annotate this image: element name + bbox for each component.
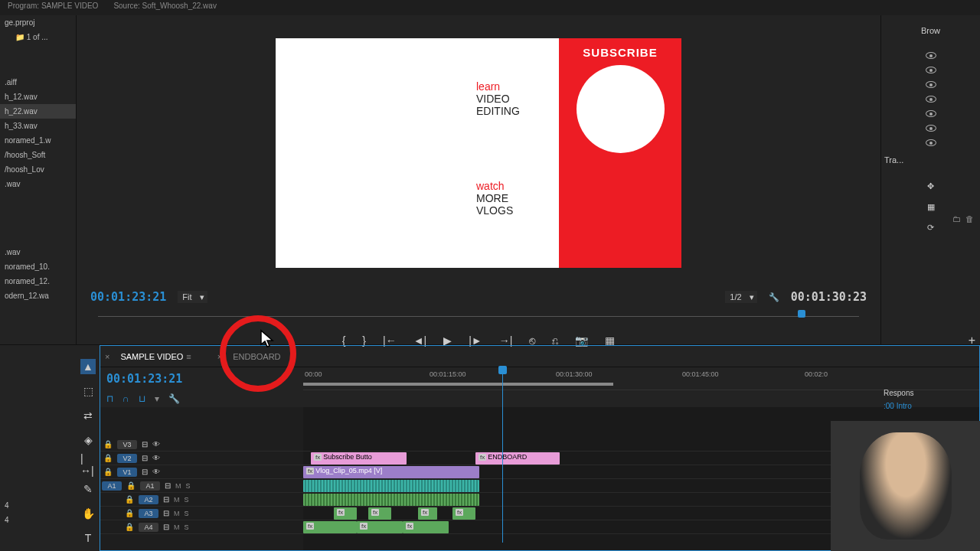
audio-clip[interactable] <box>303 494 479 506</box>
intro-marker[interactable]: :00 Intro <box>884 397 977 410</box>
audio-clip[interactable]: fx <box>452 507 475 520</box>
lock-icon[interactable]: 🔒 <box>103 454 113 462</box>
file-item[interactable]: noramed_1.w <box>0 133 76 148</box>
patch-a1[interactable]: A1 <box>102 481 122 491</box>
slip-tool-icon[interactable]: |↔| <box>80 457 96 472</box>
file-item[interactable]: 4 <box>0 513 77 527</box>
track-label-a2[interactable]: A2 <box>139 495 158 504</box>
razor-tool-icon[interactable]: ◈ <box>80 432 96 448</box>
ruler-tick: 00:00 <box>305 370 322 378</box>
zoom-fit-dropdown[interactable]: Fit <box>178 291 207 303</box>
snap-icon[interactable]: ⊓ <box>106 393 113 404</box>
file-item[interactable]: /hoosh_Lov <box>0 162 76 177</box>
timeline-timecode[interactable]: 00:01:23:21 <box>106 372 182 386</box>
track-select-icon[interactable]: ⬚ <box>80 383 96 399</box>
track-label-v3[interactable]: V3 <box>117 440 137 449</box>
lock-icon[interactable]: 🔒 <box>125 523 134 531</box>
visibility-eye-icon[interactable] <box>926 81 936 88</box>
ripple-edit-icon[interactable]: ⇄ <box>80 408 96 423</box>
toggle-output-icon[interactable]: ⊟ <box>163 523 169 531</box>
audio-clip[interactable]: fx <box>368 507 391 520</box>
file-item[interactable]: .wav <box>0 245 76 259</box>
clip-vlog[interactable]: fxVlog_Clip_05.mp4 [V] <box>303 466 479 478</box>
visibility-eye-icon[interactable] <box>926 110 936 117</box>
solo-button[interactable]: S <box>185 496 189 504</box>
mute-button[interactable]: M <box>174 523 180 531</box>
type-tool-icon[interactable]: T <box>80 530 96 546</box>
linked-selection-icon[interactable]: ∩ <box>122 393 129 404</box>
track-label-a3[interactable]: A3 <box>139 509 158 518</box>
file-item[interactable]: .wav <box>0 177 76 191</box>
tab-sample-video[interactable]: SAMPLE VIDEO ≡ <box>113 349 198 364</box>
preview-text-video: VIDEO <box>476 93 520 105</box>
project-file[interactable]: ge.prproj <box>0 15 76 30</box>
file-item[interactable]: h_22.wav <box>0 104 76 119</box>
hand-tool-icon[interactable]: ✋ <box>80 506 96 521</box>
file-item[interactable]: .aiff <box>0 75 76 90</box>
settings-icon[interactable]: 🔧 <box>769 292 779 302</box>
playhead[interactable] <box>502 367 503 543</box>
toggle-output-icon[interactable]: ⊟ <box>163 495 169 504</box>
visibility-eye-icon[interactable] <box>926 52 936 59</box>
audio-clip[interactable]: fx <box>357 521 403 533</box>
current-timecode[interactable]: 00:01:23:21 <box>90 290 166 304</box>
selection-tool-icon[interactable]: ▲ <box>80 359 96 374</box>
solo-button[interactable]: S <box>185 523 189 531</box>
file-item[interactable]: h_33.wav <box>0 119 76 133</box>
audio-clip[interactable]: fx <box>303 521 357 533</box>
toggle-output-icon[interactable]: ⊟ <box>142 440 148 448</box>
audio-clip[interactable]: fx <box>418 507 437 520</box>
visibility-eye-icon[interactable] <box>926 96 936 103</box>
marker-icon[interactable]: ⊔ <box>139 393 145 404</box>
visibility-eye-icon[interactable] <box>926 125 936 132</box>
track-label-v1[interactable]: V1 <box>117 468 137 477</box>
audio-clip[interactable]: fx <box>403 521 449 533</box>
pen-tool-icon[interactable]: ✎ <box>80 481 96 497</box>
close-tab-icon[interactable]: × <box>217 352 222 361</box>
toggle-output-icon[interactable]: ⊟ <box>142 468 148 476</box>
new-bin-icon[interactable]: 🗀 <box>952 214 961 223</box>
lock-icon[interactable]: 🔒 <box>125 495 134 504</box>
mute-button[interactable]: M <box>174 496 180 504</box>
delete-icon[interactable]: 🗑 <box>965 214 974 223</box>
file-item[interactable]: noramed_12. <box>0 274 76 289</box>
solo-button[interactable]: S <box>186 482 191 490</box>
tab-endboard[interactable]: ENDBOARD <box>225 349 288 364</box>
track-label-a1[interactable]: A1 <box>140 481 160 491</box>
mute-button[interactable]: M <box>175 482 181 490</box>
timeline-ruler[interactable]: 00:00 00:01:15:00 00:01:30:00 00:01:45:0… <box>303 367 979 390</box>
audio-clip[interactable] <box>303 480 479 492</box>
track-label-v2[interactable]: V2 <box>117 454 137 463</box>
solo-button[interactable]: S <box>185 510 189 517</box>
eye-icon[interactable]: 👁 <box>152 468 160 476</box>
clip-endboard[interactable]: fxENDBOARD <box>475 452 560 465</box>
wrench-icon[interactable]: 🔧 <box>168 393 180 404</box>
resolution-dropdown[interactable]: 1/2 <box>725 291 756 303</box>
file-item[interactable]: h_12.wav <box>0 90 76 104</box>
lock-icon[interactable]: 🔒 <box>125 509 134 517</box>
move-icon[interactable]: ✥ <box>927 181 934 191</box>
audio-clip[interactable]: fx <box>334 507 357 520</box>
lock-icon[interactable]: 🔒 <box>126 481 136 490</box>
track-label-a4[interactable]: A4 <box>139 523 158 532</box>
toggle-output-icon[interactable]: ⊟ <box>165 481 171 490</box>
visibility-eye-icon[interactable] <box>926 139 936 146</box>
settings-icon[interactable]: ▾ <box>155 393 159 404</box>
clip-subscribe[interactable]: fxSubscribe Butto <box>311 452 407 465</box>
sync-icon[interactable]: ⟳ <box>927 223 934 233</box>
program-scrubber[interactable] <box>90 310 867 325</box>
grid-icon[interactable]: ▦ <box>927 202 935 212</box>
toggle-output-icon[interactable]: ⊟ <box>163 509 169 517</box>
eye-icon[interactable]: 👁 <box>152 454 160 462</box>
visibility-eye-icon[interactable] <box>926 67 936 73</box>
close-tab-icon[interactable]: × <box>105 352 109 361</box>
eye-icon[interactable]: 👁 <box>152 440 160 448</box>
mute-button[interactable]: M <box>174 510 180 517</box>
file-item[interactable]: odern_12.wa <box>0 289 76 303</box>
file-item[interactable]: 4 <box>0 498 77 513</box>
file-item[interactable]: noramed_10. <box>0 259 76 274</box>
file-item[interactable]: /hoosh_Soft <box>0 148 76 162</box>
lock-icon[interactable]: 🔒 <box>103 440 113 448</box>
lock-icon[interactable]: 🔒 <box>103 468 113 476</box>
toggle-output-icon[interactable]: ⊟ <box>142 454 148 462</box>
